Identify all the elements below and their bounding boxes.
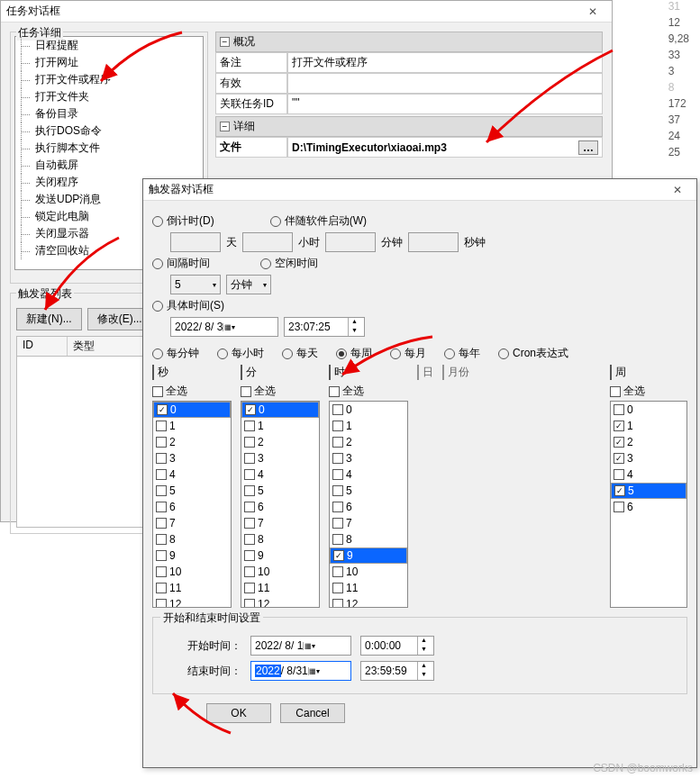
tree-item[interactable]: 自动截屏 [15,157,203,174]
list-item[interactable]: 8 [241,531,319,547]
prop-valid-val[interactable] [287,73,603,94]
list-item[interactable]: 5 [611,483,686,499]
list-item[interactable]: 7 [153,515,231,531]
list-item[interactable]: 2 [241,434,319,450]
radio-countdown[interactable]: 倒计时(D) [152,213,214,229]
checkbox-icon[interactable] [332,518,343,529]
prop-rel-val[interactable]: "" [287,94,603,114]
checkbox-icon[interactable] [614,485,625,496]
checkbox-icon[interactable] [332,583,343,593]
close-icon[interactable]: ✕ [664,184,691,196]
checkbox-icon[interactable] [332,502,343,512]
collapse-icon[interactable]: − [220,37,230,47]
checkbox-icon[interactable] [244,583,255,593]
list-item[interactable]: 0 [241,402,319,418]
checkbox-icon[interactable] [244,534,255,545]
list-item[interactable]: 8 [153,531,231,547]
hour-select-all[interactable]: 全选 [329,384,408,399]
calendar-drop-icon[interactable]: ▦▾ [303,642,315,650]
checkbox-icon[interactable] [244,566,255,577]
checkbox-icon[interactable] [332,566,343,577]
list-item[interactable]: 2 [611,434,686,450]
checkbox-icon[interactable] [156,518,167,529]
cancel-button[interactable]: Cancel [280,703,345,723]
time-spinner[interactable]: ▲▼ [348,318,360,336]
radio-with-software[interactable]: 伴随软件启动(W) [270,213,367,229]
radio-specific-time[interactable]: 具体时间(S) [152,298,224,313]
list-item[interactable]: 12 [330,596,407,608]
hours-listbox[interactable]: 0123456789101112 [329,401,408,608]
radio-every-hour[interactable]: 每小时 [217,346,264,361]
calendar-drop-icon[interactable]: ▦▾ [308,667,321,675]
list-item[interactable]: 6 [330,499,407,515]
checkbox-icon[interactable] [244,437,255,448]
trigger-dialog-titlebar[interactable]: 触发器对话框 ✕ [143,179,696,201]
list-item[interactable]: 4 [330,466,407,483]
list-item[interactable]: 8 [330,531,407,547]
tree-item[interactable]: 日程提醒 [15,37,203,54]
tree-item[interactable]: 执行DOS命令 [15,122,203,140]
list-item[interactable]: 11 [153,580,231,596]
new-trigger-button[interactable]: 新建(N)... [16,308,82,330]
checkbox-icon[interactable] [332,453,343,464]
sec-select-all[interactable]: 全选 [152,384,232,399]
list-item[interactable]: 0 [153,402,231,418]
list-item[interactable]: 12 [241,596,319,608]
checkbox-icon[interactable] [332,485,343,496]
list-item[interactable]: 1 [241,418,319,434]
time-spinner[interactable]: ▲▼ [417,662,430,680]
calendar-drop-icon[interactable]: ▦▾ [223,323,235,331]
checkbox-icon[interactable] [244,453,255,464]
list-item[interactable]: 2 [153,434,231,450]
list-item[interactable]: 2 [330,434,407,450]
tree-item[interactable]: 打开网址 [15,54,203,71]
list-item[interactable]: 3 [153,450,231,466]
checkbox-icon[interactable] [332,534,343,545]
list-item[interactable]: 0 [611,402,686,418]
radio-every-week[interactable]: 每周 [336,346,372,361]
list-item[interactable]: 5 [330,483,407,499]
checkbox-icon[interactable] [156,437,167,448]
list-item[interactable]: 3 [611,450,686,466]
list-item[interactable]: 5 [153,483,231,499]
interval-unit-select[interactable]: 分钟▾ [226,275,271,294]
min-select-all[interactable]: 全选 [241,384,320,399]
browse-button[interactable]: … [578,140,598,155]
checkbox-icon[interactable] [244,469,255,480]
checkbox-icon[interactable] [156,502,167,512]
minutes-listbox[interactable]: 0123456789101112 [241,401,320,608]
checkbox-icon[interactable] [244,550,255,561]
list-item[interactable]: 10 [153,564,231,580]
checkbox-icon[interactable] [156,485,167,496]
checkbox-icon[interactable] [614,421,624,431]
list-item[interactable]: 7 [241,515,319,531]
checkbox-icon[interactable] [332,421,343,431]
list-item[interactable]: 1 [611,418,686,434]
list-item[interactable]: 11 [241,580,319,596]
list-item[interactable]: 3 [330,450,407,466]
checkbox-icon[interactable] [332,404,343,415]
checkbox-icon[interactable] [156,583,167,593]
tree-item[interactable]: 打开文件或程序 [15,71,203,88]
checkbox-icon[interactable] [332,469,343,480]
list-item[interactable]: 3 [241,450,319,466]
seconds-listbox[interactable]: 0123456789101112 [152,401,232,608]
detail-header[interactable]: − 详细 [215,116,603,137]
checkbox-icon[interactable] [244,599,255,608]
list-item[interactable]: 9 [330,547,407,564]
list-item[interactable]: 4 [241,466,319,483]
radio-every-minute[interactable]: 每分钟 [152,346,199,361]
list-item[interactable]: 12 [153,596,231,608]
list-item[interactable]: 1 [330,418,407,434]
checkbox-icon[interactable] [614,502,624,512]
checkbox-icon[interactable] [332,437,343,448]
specific-time-input[interactable]: 23:07:25▲▼ [284,317,365,337]
list-item[interactable]: 10 [330,564,407,580]
radio-interval[interactable]: 间隔时间 [152,256,210,271]
time-spinner[interactable]: ▲▼ [417,637,430,655]
list-item[interactable]: 4 [611,466,686,483]
checkbox-icon[interactable] [156,421,167,431]
tree-item[interactable]: 执行脚本文件 [15,140,203,157]
list-item[interactable]: 4 [153,466,231,483]
checkbox-icon[interactable] [332,599,343,608]
